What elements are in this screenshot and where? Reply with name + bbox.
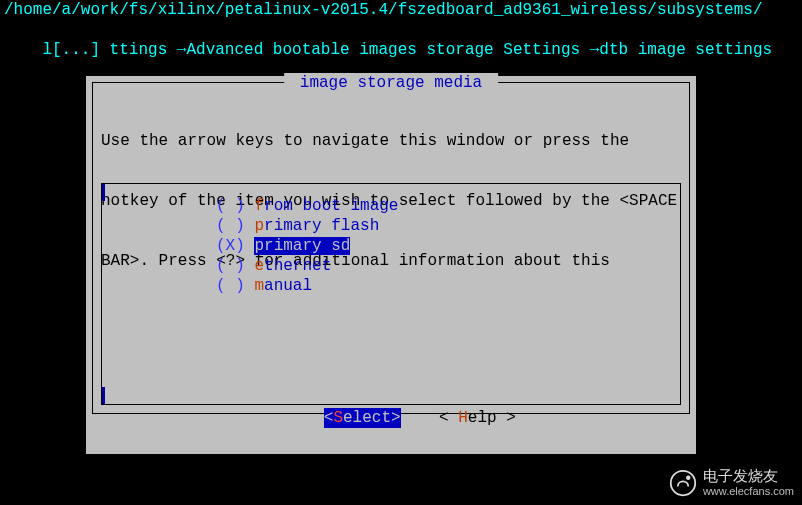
breadcrumb-prefix: l[...] ttings [42, 41, 176, 59]
button-hotkey: S [333, 409, 343, 427]
breadcrumb-sect1: Advanced bootable images storage Setting… [186, 41, 589, 59]
button-label: elect [343, 409, 391, 427]
option-label: anual [264, 277, 312, 295]
arrow-icon: → [177, 41, 187, 59]
help-button[interactable]: < Help > [439, 408, 516, 428]
cwd-path: /home/a/work/fs/xilinx/petalinux-v2015.4… [0, 0, 802, 20]
option-hotkey: p [254, 217, 264, 235]
arrow-icon: → [590, 41, 600, 59]
radio-icon: ( ) [216, 197, 245, 215]
option-label-rest: rimary sd [264, 237, 350, 255]
breadcrumb: l[...] ttings →Advanced bootable images … [0, 20, 802, 80]
radio-icon: ( ) [216, 217, 245, 235]
terminal-root: /home/a/work/fs/xilinx/petalinux-v2015.4… [0, 0, 802, 505]
breadcrumb-sect2: dtb image settings [599, 41, 772, 59]
option-manual[interactable]: ( ) manual [106, 276, 676, 296]
button-label: elp [468, 409, 506, 427]
dialog-title: image storage media [284, 73, 498, 93]
dialog-frame: image storage media Use the arrow keys t… [92, 82, 690, 414]
credit-url: www.elecfans.com [703, 485, 794, 499]
option-hotkey: e [254, 257, 264, 275]
option-label: rimary flash [264, 217, 379, 235]
angle-left-icon: < [439, 409, 458, 427]
radio-selected-icon: (X) [216, 237, 245, 255]
logo-icon [669, 469, 697, 497]
option-hotkey: m [254, 277, 264, 295]
option-from-boot-image[interactable]: ( ) from boot image [106, 196, 676, 216]
button-bar: <Select> < Help > [86, 388, 696, 448]
option-list: ( ) from boot image ( ) primary flash (X… [102, 184, 680, 300]
option-hotkey: p [254, 237, 264, 255]
option-ethernet[interactable]: ( ) ethernet [106, 256, 676, 276]
svg-point-1 [686, 475, 690, 479]
scroll-indicator-icon [101, 183, 105, 201]
radio-icon: ( ) [216, 277, 245, 295]
dialog-help-line: Use the arrow keys to navigate this wind… [101, 131, 681, 151]
credit-text: 电子发烧友 www.elecfans.com [703, 467, 794, 500]
radio-icon: ( ) [216, 257, 245, 275]
option-hotkey: f [254, 197, 264, 215]
angle-right-icon: > [506, 409, 516, 427]
button-hotkey: H [458, 409, 468, 427]
option-list-frame: ( ) from boot image ( ) primary flash (X… [101, 183, 681, 405]
svg-point-0 [671, 471, 696, 496]
option-primary-flash[interactable]: ( ) primary flash [106, 216, 676, 236]
select-button[interactable]: <Select> [324, 408, 401, 428]
dialog: image storage media Use the arrow keys t… [86, 76, 696, 454]
angle-left-icon: < [324, 409, 334, 427]
angle-right-icon: > [391, 409, 401, 427]
button-spacer [401, 409, 439, 427]
option-label: primary sd [254, 237, 350, 255]
option-label: thernet [264, 257, 331, 275]
option-primary-sd[interactable]: (X) primary sd [106, 236, 676, 256]
credit-badge: 电子发烧友 www.elecfans.com [669, 467, 794, 500]
credit-name: 电子发烧友 [703, 467, 778, 484]
option-label: rom boot image [264, 197, 398, 215]
